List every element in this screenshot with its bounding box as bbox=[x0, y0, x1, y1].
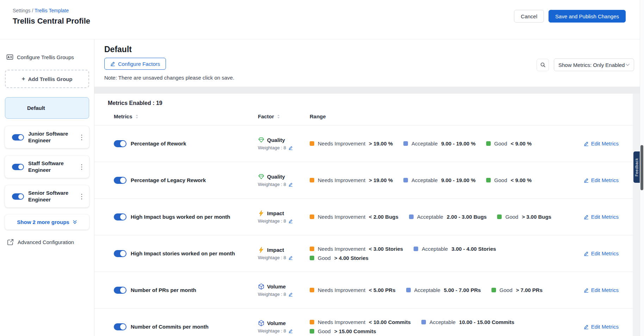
edit-metrics-button[interactable]: Edit Metrics bbox=[584, 141, 619, 147]
weightage-text: Weightage : 8 bbox=[258, 328, 286, 334]
metric-toggle[interactable] bbox=[114, 250, 126, 257]
range-swatch bbox=[310, 247, 314, 251]
group-page-title: Default bbox=[104, 45, 644, 54]
sidebar-item-staff-software-engineer[interactable]: Staff Software Engineer ⋮ bbox=[5, 156, 89, 178]
metric-toggle[interactable] bbox=[114, 213, 126, 220]
edit-weightage-icon[interactable] bbox=[289, 292, 293, 297]
show-metrics-filter-dropdown[interactable]: Show Metrics: Only Enabled bbox=[554, 58, 634, 71]
range-chip: Acceptable3.00 - 4.00 Stories bbox=[414, 246, 496, 252]
range-chip: Acceptable5.00 - 7.00 PRs bbox=[406, 287, 481, 293]
edit-metrics-button[interactable]: Edit Metrics bbox=[584, 250, 619, 256]
range-chip: Needs Improvement< 5.00 PRs bbox=[310, 287, 396, 293]
range-cell: Needs Improvement< 5.00 PRs Acceptable5.… bbox=[310, 287, 566, 293]
group-name: Staff Software Engineer bbox=[28, 160, 78, 174]
edit-pencil-icon bbox=[584, 178, 589, 183]
factor-cell: Impact Weightage : 8 bbox=[258, 210, 310, 224]
edit-weightage-icon[interactable] bbox=[289, 256, 293, 260]
kebab-menu-icon[interactable]: ⋮ bbox=[78, 134, 86, 141]
sort-icon[interactable] bbox=[135, 114, 138, 119]
range-label: Needs Improvement bbox=[318, 177, 365, 183]
range-value: < 5.00 PRs bbox=[369, 287, 395, 293]
range-swatch bbox=[310, 320, 314, 324]
scrollbar-thumb[interactable] bbox=[640, 145, 643, 190]
show-more-label: Show 2 more groups bbox=[17, 219, 69, 225]
toggle-knob bbox=[120, 178, 126, 183]
factor-name: Volume bbox=[267, 320, 286, 326]
sidebar-item-senior-software-engineer[interactable]: Senior Software Engineer ⋮ bbox=[5, 185, 89, 207]
range-label: Acceptable bbox=[414, 287, 440, 293]
range-label: Acceptable bbox=[422, 246, 448, 252]
range-swatch bbox=[486, 178, 491, 182]
vertical-scrollbar[interactable] bbox=[640, 0, 644, 336]
range-swatch bbox=[310, 329, 314, 334]
edit-metrics-button[interactable]: Edit Metrics bbox=[584, 324, 619, 330]
save-and-publish-button[interactable]: Save and Publish Changes bbox=[549, 10, 626, 23]
metric-name: Number of Commits per month bbox=[131, 324, 258, 330]
page-title: Trellis Central Profile bbox=[13, 17, 90, 26]
sort-icon[interactable] bbox=[277, 114, 280, 119]
range-chip: Acceptable2.00 - 3.00 Bugs bbox=[409, 214, 487, 220]
range-value: < 9.00 % bbox=[511, 177, 532, 183]
group-toggle[interactable] bbox=[12, 134, 24, 141]
metric-toggle[interactable] bbox=[114, 287, 126, 294]
add-trellis-group-button[interactable]: + Add Trellis Group bbox=[5, 70, 89, 88]
range-label: Good bbox=[494, 177, 507, 183]
metric-name: High Impact bugs worked on per month bbox=[131, 214, 258, 220]
toggle-knob bbox=[120, 251, 126, 256]
range-swatch bbox=[491, 288, 496, 292]
page-body: Configure Trellis Groups + Add Trellis G… bbox=[0, 39, 644, 336]
toggle-knob bbox=[18, 194, 23, 199]
metrics-filter-value: Show Metrics: Only Enabled bbox=[558, 62, 625, 68]
plus-icon: + bbox=[22, 75, 25, 82]
toggle-knob bbox=[120, 141, 126, 147]
advanced-configuration-button[interactable]: Advanced Configuration bbox=[5, 239, 89, 245]
range-label: Good bbox=[318, 255, 331, 261]
edit-metrics-button[interactable]: Edit Metrics bbox=[584, 214, 619, 220]
metrics-column-label: Metrics bbox=[114, 113, 132, 119]
edit-weightage-icon[interactable] bbox=[289, 146, 293, 150]
metric-toggle[interactable] bbox=[114, 177, 126, 184]
metric-toggle[interactable] bbox=[114, 140, 126, 147]
factor-name: Impact bbox=[267, 210, 284, 216]
sidebar-item-junior-software-engineer[interactable]: Junior Software Engineer ⋮ bbox=[5, 126, 89, 148]
edit-weightage-icon[interactable] bbox=[289, 182, 293, 187]
range-label: Good bbox=[494, 141, 507, 147]
kebab-menu-icon[interactable]: ⋮ bbox=[78, 163, 86, 170]
sidebar-item-default[interactable]: Default bbox=[5, 97, 89, 119]
group-toggle[interactable] bbox=[12, 193, 24, 200]
show-more-groups-button[interactable]: Show 2 more groups bbox=[5, 214, 89, 230]
range-value: > 19.00 % bbox=[369, 177, 393, 183]
edit-weightage-icon[interactable] bbox=[289, 329, 293, 333]
cancel-button[interactable]: Cancel bbox=[514, 10, 544, 23]
range-chip: Needs Improvement< 10.00 Commits bbox=[310, 319, 411, 325]
range-swatch bbox=[421, 320, 426, 324]
edit-weightage-icon[interactable] bbox=[289, 219, 293, 223]
configure-factors-button[interactable]: Configure Factors bbox=[104, 58, 166, 70]
range-swatch bbox=[310, 178, 314, 182]
quality-icon bbox=[258, 173, 265, 180]
search-button[interactable] bbox=[537, 59, 549, 71]
weightage-text: Weightage : 8 bbox=[258, 292, 286, 297]
feedback-tab[interactable]: Feedback bbox=[633, 151, 640, 183]
weightage-text: Weightage : 8 bbox=[258, 255, 286, 260]
factor-name: Quality bbox=[267, 137, 285, 143]
section-divider bbox=[94, 87, 644, 94]
range-label: Good bbox=[318, 328, 331, 334]
range-swatch bbox=[310, 141, 314, 146]
group-toggle[interactable] bbox=[12, 164, 24, 170]
metric-toggle[interactable] bbox=[114, 323, 126, 330]
range-label: Needs Improvement bbox=[318, 141, 365, 147]
breadcrumb-trellis-template-link[interactable]: Trellis Template bbox=[35, 8, 69, 13]
metrics-table-card: Metrics Enabled : 19 Metrics Factor bbox=[94, 94, 633, 336]
edit-metrics-button[interactable]: Edit Metrics bbox=[584, 177, 619, 183]
edit-metrics-button[interactable]: Edit Metrics bbox=[584, 287, 619, 293]
volume-icon bbox=[258, 283, 265, 290]
kebab-menu-icon[interactable]: ⋮ bbox=[78, 193, 86, 200]
range-label: Acceptable bbox=[429, 319, 456, 325]
edit-pencil-icon bbox=[110, 61, 115, 66]
range-swatch bbox=[403, 178, 408, 182]
range-swatch bbox=[486, 141, 491, 146]
range-chip: Needs Improvement< 2.00 Bugs bbox=[310, 214, 398, 220]
quality-icon bbox=[258, 137, 265, 143]
unsaved-changes-note: Note: There are unsaved changes please c… bbox=[104, 75, 644, 81]
